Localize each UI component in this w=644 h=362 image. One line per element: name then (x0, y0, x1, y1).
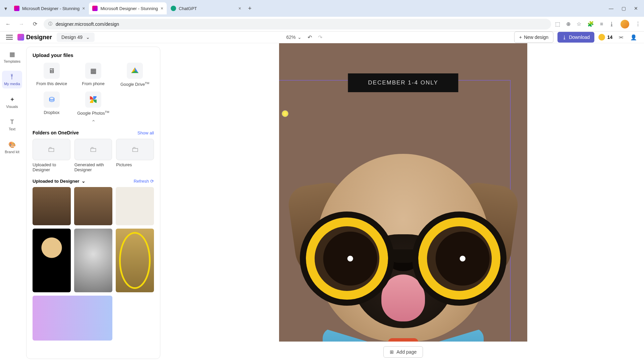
menu-button[interactable] (6, 35, 13, 40)
designer-logo[interactable]: Designer (17, 34, 52, 41)
zoom-icon[interactable]: ⊕ (566, 21, 571, 27)
canvas-area: DECEMBER 1-4 ONLY (162, 43, 644, 362)
upload-google-drive[interactable]: Google DriveTM (116, 63, 154, 87)
undo-button[interactable]: ↶ (308, 34, 312, 41)
rail-label: Templates (4, 59, 20, 63)
upload-dropbox[interactable]: ⛁ Dropbox (33, 92, 71, 116)
close-icon[interactable]: × (238, 6, 241, 11)
rail-templates[interactable]: ▦ Templates (2, 48, 22, 66)
qr-icon: ▦ (85, 63, 101, 79)
new-design-button[interactable]: + New design (514, 32, 553, 43)
extensions-icon[interactable]: 🧩 (587, 21, 594, 27)
rail-visuals[interactable]: ✦ Visuals (2, 93, 22, 111)
media-thumbnail[interactable] (33, 229, 71, 292)
refresh-button[interactable]: Refresh ⟳ (133, 179, 154, 184)
bookmark-icon[interactable]: ☆ (577, 21, 581, 27)
tab-3[interactable]: ChatGPT × (167, 2, 245, 14)
upload-google-photos[interactable]: Google PhotosTM (74, 92, 112, 116)
back-button[interactable]: ← (3, 19, 13, 29)
add-page-label: Add page (396, 349, 417, 355)
media-thumbnail[interactable] (74, 187, 112, 225)
designer-favicon (92, 6, 98, 11)
upload-label: From phone (82, 81, 104, 86)
tab-1[interactable]: Microsoft Designer - Stunning × (11, 2, 88, 14)
refresh-label: Refresh (133, 179, 149, 184)
folder-pictures[interactable]: 🗀 Pictures (116, 139, 154, 172)
new-tab-button[interactable]: + (245, 4, 255, 13)
media-thumbnail[interactable] (74, 229, 112, 292)
folder-icon: 🗀 (33, 139, 70, 160)
zoom-dropdown[interactable]: 62% ⌄ (286, 35, 302, 40)
logo-mark-icon (17, 34, 24, 41)
folder-generated[interactable]: 🗀 Generated with Designer (74, 139, 112, 172)
profile-avatar[interactable] (621, 20, 629, 28)
close-window-icon[interactable]: ✕ (634, 6, 638, 11)
media-thumbnail[interactable] (116, 229, 154, 292)
media-thumbnail[interactable] (116, 187, 154, 225)
account-icon[interactable]: 👤 (629, 33, 638, 42)
rail-label: My media (4, 82, 20, 86)
artboard[interactable]: DECEMBER 1-4 ONLY (279, 43, 527, 342)
url-input[interactable]: ⓘ designer.microsoft.com/design (44, 19, 551, 29)
uploaded-dropdown[interactable]: Uploaded to Designer ⌄ (33, 178, 86, 184)
tab-search-dropdown[interactable]: ▾ (3, 5, 9, 11)
folder-label: Generated with Designer (74, 162, 112, 172)
close-icon[interactable]: × (161, 6, 163, 11)
rail-text[interactable]: T Text (2, 116, 22, 134)
thumbnails-grid (33, 187, 154, 341)
upload-from-device[interactable]: 🖥 From this device (33, 63, 71, 87)
upload-label: Google DriveTM (120, 81, 149, 87)
uploaded-title: Uploaded to Designer (33, 179, 79, 184)
canvas-viewport[interactable]: DECEMBER 1-4 ONLY (279, 43, 527, 342)
close-icon[interactable]: × (82, 6, 85, 11)
highlight-ring (119, 232, 151, 289)
address-bar: ← → ⟳ ⓘ designer.microsoft.com/design ⬚ … (0, 17, 644, 32)
add-page-button[interactable]: ⊞ Add page (383, 346, 423, 358)
device-icon: 🖥 (44, 63, 60, 79)
forward-button[interactable]: → (17, 19, 26, 29)
upload-section-title: Upload your files (33, 52, 154, 58)
upload-label: Google PhotosTM (77, 110, 109, 116)
install-app-icon[interactable]: ⬚ (555, 21, 560, 27)
tab-2-active[interactable]: Microsoft Designer - Stunning × (89, 2, 166, 14)
folders-grid: 🗀 Uploaded to Designer 🗀 Generated with … (33, 139, 154, 172)
downloads-icon[interactable]: ⭳ (609, 21, 614, 27)
banner-text[interactable]: DECEMBER 1-4 ONLY (348, 73, 458, 92)
pug-image[interactable] (296, 107, 511, 342)
minimize-icon[interactable]: — (609, 6, 613, 11)
rail-my-media[interactable]: ⭱ My media (2, 71, 22, 88)
rail-brand-kit[interactable]: 🎨 Brand kit (2, 138, 22, 157)
maximize-icon[interactable]: ▢ (622, 6, 626, 11)
rail-label: Text (9, 127, 15, 131)
share-icon[interactable]: ⫘ (616, 33, 625, 42)
media-thumbnail[interactable] (33, 296, 112, 341)
reading-list-icon[interactable]: ≡ (600, 21, 603, 27)
google-photos-icon (85, 92, 101, 108)
rail-label: Visuals (6, 105, 18, 109)
media-thumbnail[interactable] (33, 187, 71, 225)
templates-icon: ▦ (9, 51, 15, 58)
refresh-icon: ⟳ (150, 179, 154, 184)
folder-icon: 🗀 (116, 139, 154, 160)
chrome-menu-icon[interactable]: ⋮ (635, 21, 641, 27)
upload-from-phone[interactable]: ▦ From phone (74, 63, 112, 87)
design-name-dropdown[interactable]: Design 49 ⌄ (57, 33, 95, 42)
folder-uploaded[interactable]: 🗀 Uploaded to Designer (33, 139, 70, 172)
credits-badge[interactable]: 14 (598, 34, 612, 41)
site-info-icon[interactable]: ⓘ (48, 21, 52, 27)
download-button[interactable]: ⭳ Download (557, 32, 594, 43)
bow-wing (417, 328, 484, 342)
tab-title: ChatGPT (179, 6, 197, 11)
redo-button: ↷ (318, 34, 322, 41)
show-all-link[interactable]: Show all (138, 130, 154, 135)
tab-title: Microsoft Designer - Stunning (100, 6, 158, 11)
google-drive-icon (127, 63, 143, 79)
collapse-section-button[interactable]: ⌃ (33, 119, 154, 125)
bow-knot (388, 338, 418, 342)
browser-tab-strip: ▾ Microsoft Designer - Stunning × Micros… (0, 0, 644, 17)
bow-wing (323, 328, 390, 342)
upload-label: From this device (36, 81, 67, 86)
reload-button[interactable]: ⟳ (30, 19, 40, 29)
chevron-down-icon: ⌄ (298, 35, 302, 40)
center-toolbar: 62% ⌄ ↶ ↷ (286, 34, 322, 41)
